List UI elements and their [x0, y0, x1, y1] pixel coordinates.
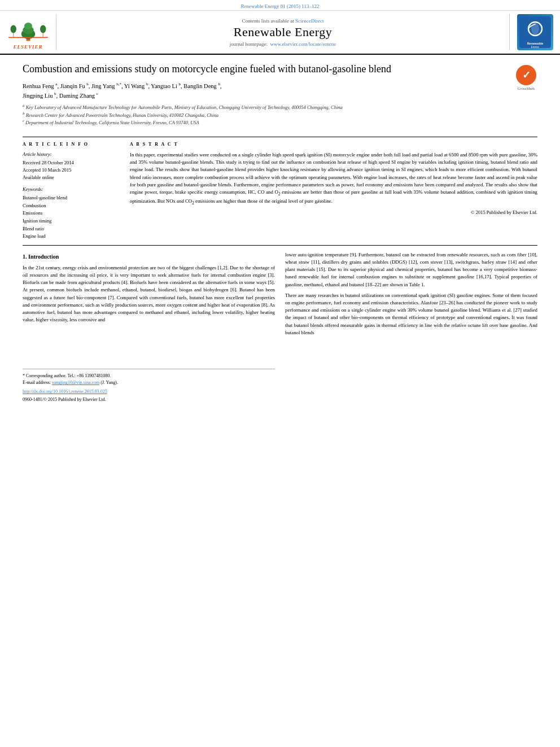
article-info-abstract-cols: A R T I C L E I N F O Article history: R… [23, 142, 537, 241]
intro-para-2: lower auto-ignition temperature [9]. Fur… [285, 251, 537, 289]
abstract-text: In this paper, experimental studies were… [130, 151, 537, 206]
section-divider-2 [23, 245, 537, 246]
elsevier-tree-icon [8, 15, 48, 43]
crossmark-icon: ✓ [516, 65, 536, 85]
crossmark-badge: ✓ CrossMark [515, 65, 537, 91]
journal-homepage-link[interactable]: www.elsevier.com/locate/renene [270, 41, 336, 47]
keywords-label: Keywords: [23, 186, 119, 192]
intro-para-3: There are many researches in butanol uti… [285, 292, 537, 337]
renewable-energy-logo: Renewable Energy [517, 14, 553, 50]
keyword-3: Emissions [23, 209, 119, 217]
svg-text:Renewable: Renewable [527, 42, 543, 45]
sciencedirect-link[interactable]: ScienceDirect [295, 18, 323, 24]
abstract-col: A B S T R A C T In this paper, experimen… [130, 142, 537, 241]
svg-point-3 [24, 23, 32, 29]
journal-logo-right: Renewable Energy [509, 14, 554, 50]
article-info-title: A R T I C L E I N F O [23, 142, 119, 147]
intro-para-1: In the 21st century, energy crisis and e… [23, 264, 275, 324]
abstract-title: A B S T R A C T [130, 142, 537, 147]
article-body: Combustion and emissions study on motorc… [0, 55, 560, 411]
body-content: 1. Introduction In the 21st century, ene… [23, 251, 537, 404]
body-col-left: 1. Introduction In the 21st century, ene… [23, 251, 275, 404]
affiliations: a Key Laboratory of Advanced Manufacture… [23, 103, 509, 126]
keywords-section: Keywords: Butanol-gasoline blend Combust… [23, 186, 119, 241]
history-online: Available online [23, 174, 119, 181]
article-title-section: Combustion and emissions study on motorc… [23, 63, 537, 131]
journal-header: ELSEVIER Contents lists available at Sci… [0, 11, 560, 55]
footnote-section: * Corresponding author. Tel.: +86 139074… [23, 369, 275, 403]
keyword-2: Combustion [23, 202, 119, 210]
introduction-heading: 1. Introduction [23, 252, 275, 261]
page: Renewable Energy 81 (2015) 113–122 ELSEV… [0, 0, 560, 747]
article-history-label: Article history: [23, 151, 119, 157]
section-divider-1 [23, 137, 537, 137]
abstract-copyright: © 2015 Published by Elsevier Ltd. [130, 209, 537, 215]
affiliation-a: a Key Laboratory of Advanced Manufacture… [23, 103, 509, 111]
keyword-5: Blend ratio [23, 225, 119, 233]
keyword-1: Butanol-gasoline blend [23, 194, 119, 202]
crossmark-svg: ✓ [517, 65, 536, 85]
affiliation-b: b Research Center for Advanced Powertrai… [23, 111, 509, 119]
email-note: E-mail address: yangjing10@vip.sina.com … [23, 379, 275, 386]
body-col-right: lower auto-ignition temperature [9]. Fur… [285, 251, 537, 404]
issn-line: 0960-1481/© 2015 Published by Elsevier L… [23, 396, 275, 403]
contents-line: Contents lists available at ScienceDirec… [242, 18, 324, 24]
renewable-energy-logo-icon: Renewable Energy [519, 16, 551, 48]
svg-text:✓: ✓ [522, 69, 531, 81]
affiliation-c: c Department of Industrial Technology, C… [23, 119, 509, 126]
elsevier-brand-text: ELSEVIER [13, 44, 42, 50]
journal-citation: Renewable Energy 81 (2015) 113–122 [241, 3, 320, 9]
svg-point-7 [10, 25, 16, 33]
doi-line: http://dx.doi.org/10.1016/j.renene.2015.… [23, 388, 275, 395]
top-banner: Renewable Energy 81 (2015) 113–122 [0, 0, 560, 11]
article-title: Combustion and emissions study on motorc… [23, 63, 509, 76]
journal-center: Contents lists available at ScienceDirec… [62, 14, 504, 50]
svg-text:Energy: Energy [531, 46, 539, 48]
svg-rect-4 [8, 37, 48, 38]
journal-title: Renewable Energy [234, 25, 332, 40]
article-title-text: Combustion and emissions study on motorc… [23, 63, 509, 131]
homepage-line: journal homepage: www.elsevier.com/locat… [230, 41, 336, 47]
authors-line: Renhua Feng a, Jianqin Fu b, Jing Yang b… [23, 81, 509, 100]
keyword-4: Ignition timing [23, 217, 119, 225]
author-email-link[interactable]: yangjing10@vip.sina.com [52, 380, 99, 385]
doi-link[interactable]: http://dx.doi.org/10.1016/j.renene.2015.… [23, 389, 107, 394]
history-accepted: Accepted 10 March 2015 [23, 167, 119, 174]
svg-point-8 [40, 25, 46, 33]
elsevier-logo: ELSEVIER [6, 14, 56, 50]
corresponding-author-note: * Corresponding author. Tel.: +86 139074… [23, 373, 275, 379]
keyword-6: Engine load [23, 233, 119, 241]
crossmark-label: CrossMark [517, 86, 535, 91]
article-info-col: A R T I C L E I N F O Article history: R… [23, 142, 119, 241]
history-received: Received 28 October 2014 [23, 159, 119, 167]
